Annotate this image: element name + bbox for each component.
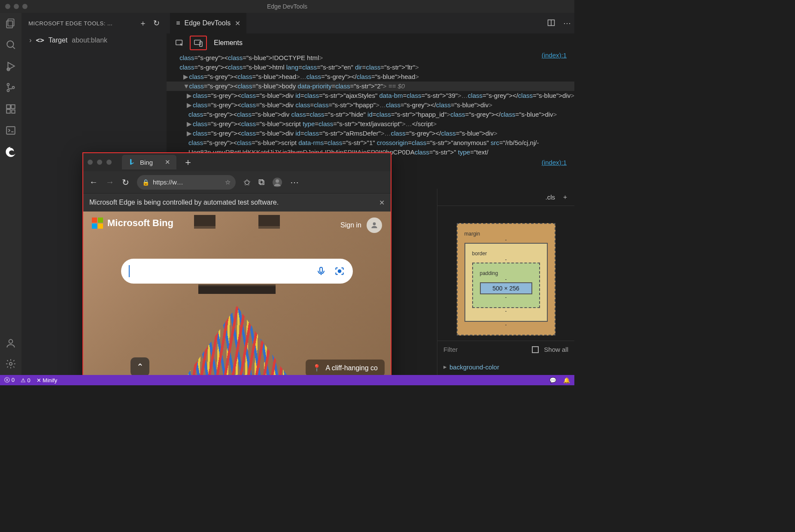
extensions-icon[interactable] xyxy=(5,103,17,115)
minify-status[interactable]: ✕ Minify xyxy=(36,377,58,384)
elements-panel-tab[interactable]: Elements xyxy=(209,39,248,47)
device-emulation-icon[interactable] xyxy=(190,36,207,50)
favorites-icon[interactable]: ✩ xyxy=(243,177,251,187)
status-bar: ⓧ 0 ⚠ 0 ✕ Minify 💬 🔔 xyxy=(0,375,574,385)
signin-area[interactable]: Sign in xyxy=(340,218,382,233)
target-row[interactable]: › <> Target about:blank xyxy=(21,33,167,47)
max-dot[interactable] xyxy=(22,4,27,9)
refresh-icon[interactable]: ↻ xyxy=(153,18,160,28)
automation-infobar: Microsoft Edge is being controlled by au… xyxy=(83,193,391,212)
sidebar-heading: MICROSOFT EDGE TOOLS: ... ＋ ↻ xyxy=(21,13,167,33)
bing-search-input[interactable] xyxy=(121,259,353,284)
traffic-lights xyxy=(0,4,27,9)
edge-new-tab-icon[interactable]: ＋ xyxy=(183,156,193,169)
location-pin-icon: 📍 xyxy=(313,364,321,372)
temple-decoration xyxy=(211,215,263,232)
svg-point-8 xyxy=(12,87,15,89)
show-all-label: Show all xyxy=(544,346,568,353)
profile-icon[interactable] xyxy=(272,177,282,187)
settings-gear-icon[interactable] xyxy=(5,358,17,370)
run-debug-icon[interactable] xyxy=(5,60,17,72)
more-icon[interactable]: ⋯ xyxy=(563,18,571,28)
window-titlebar: Edge DevTools xyxy=(0,0,574,13)
source-link-1[interactable]: (index):1 xyxy=(542,51,567,59)
add-rule-icon[interactable]: ＋ xyxy=(562,193,568,201)
sidebar-heading-label: MICROSOFT EDGE TOOLS: ... xyxy=(28,20,133,27)
collections-icon[interactable]: ⧉ xyxy=(258,177,264,187)
box-content: 500 × 256 xyxy=(480,282,532,294)
feedback-icon[interactable]: 💬 xyxy=(549,377,556,384)
errors-count[interactable]: ⓧ 0 xyxy=(4,376,15,384)
mic-icon[interactable] xyxy=(316,266,326,277)
source-control-icon[interactable] xyxy=(5,82,17,94)
edge-close-dot[interactable] xyxy=(88,160,93,165)
tab-edge-devtools[interactable]: ≡ Edge DevTools ✕ xyxy=(170,13,246,33)
edge-devtools-icon[interactable] xyxy=(5,146,17,158)
margin-label: margin xyxy=(464,231,548,237)
add-icon[interactable]: ＋ xyxy=(139,18,147,28)
tab-menu-icon: ≡ xyxy=(176,19,180,27)
border-label: border xyxy=(472,251,540,257)
scroll-up-button[interactable]: ⌃ xyxy=(130,357,149,376)
infobar-close-icon[interactable]: ✕ xyxy=(379,199,385,207)
forward-icon[interactable]: → xyxy=(106,177,114,187)
svg-rect-1 xyxy=(6,21,12,28)
bing-brand[interactable]: Microsoft Bing xyxy=(92,218,173,229)
chevron-right-icon: › xyxy=(29,36,31,44)
svg-rect-13 xyxy=(6,127,15,134)
bell-icon[interactable]: 🔔 xyxy=(563,377,570,384)
terminal-icon[interactable] xyxy=(5,124,17,136)
infobar-text: Microsoft Edge is being controlled by au… xyxy=(89,199,279,206)
svg-rect-0 xyxy=(8,19,14,26)
address-bar[interactable]: 🔒 https://w… ☆ xyxy=(137,175,236,190)
edge-max-dot[interactable] xyxy=(106,160,112,165)
warnings-count[interactable]: ⚠ 0 xyxy=(21,377,30,384)
dom-source-view[interactable]: class="s-grey"><class="s-blue">!DOCTYPE … xyxy=(167,52,574,157)
close-dot[interactable] xyxy=(5,4,10,9)
min-dot[interactable] xyxy=(14,4,19,9)
edge-min-dot[interactable] xyxy=(97,160,102,165)
url-text: https://w… xyxy=(153,178,183,186)
lock-icon: 🔒 xyxy=(142,179,149,186)
reload-icon[interactable]: ↻ xyxy=(122,177,129,187)
ribbons-decoration xyxy=(181,306,293,383)
tab-label: Edge DevTools xyxy=(185,19,231,27)
search-icon[interactable] xyxy=(5,39,17,51)
svg-point-7 xyxy=(7,90,9,92)
target-value: about:blank xyxy=(72,36,107,44)
edge-tab-close-icon[interactable]: ✕ xyxy=(165,158,170,166)
signin-label: Sign in xyxy=(340,221,361,229)
tab-close-icon[interactable]: ✕ xyxy=(235,19,240,27)
padding-label: padding xyxy=(480,270,532,276)
split-editor-icon[interactable] xyxy=(547,18,555,28)
embedded-edge-window: Bing ✕ ＋ ← → ↻ 🔒 https://w… ☆ ✩ ⧉ ⋯ Micr… xyxy=(82,152,391,384)
svg-point-15 xyxy=(9,363,12,366)
platform-decoration xyxy=(198,284,276,294)
target-label: Target xyxy=(49,36,67,44)
edge-menu-icon[interactable]: ⋯ xyxy=(290,177,299,187)
svg-rect-11 xyxy=(6,109,10,113)
source-link-2[interactable]: (index):1 xyxy=(542,159,567,166)
camera-icon[interactable] xyxy=(334,266,345,277)
back-icon[interactable]: ← xyxy=(89,177,98,187)
account-icon[interactable] xyxy=(5,337,17,349)
devtools-toolbar: Elements xyxy=(167,33,574,52)
edge-page-content: Microsoft Bing Sign in ⌃ 📍 A cliff-hangi… xyxy=(83,212,391,383)
edge-navbar: ← → ↻ 🔒 https://w… ☆ ✩ ⧉ ⋯ xyxy=(83,171,391,193)
bing-brand-text: Microsoft Bing xyxy=(107,218,173,229)
property-name[interactable]: background-color xyxy=(449,363,499,371)
code-icon: <> xyxy=(36,36,44,44)
select-element-icon[interactable] xyxy=(171,36,188,50)
svg-rect-10 xyxy=(11,105,15,109)
avatar-icon[interactable] xyxy=(367,218,382,233)
image-caption[interactable]: 📍 A cliff-hanging co xyxy=(306,360,385,376)
box-model: margin - border - padding - 500 × 256 - … xyxy=(457,223,555,336)
filter-input[interactable]: Filter xyxy=(443,346,527,353)
star-outline-icon[interactable]: ☆ xyxy=(225,178,231,186)
expand-icon[interactable]: ▸ xyxy=(443,363,447,371)
svg-point-25 xyxy=(338,270,341,273)
edge-tab-bing[interactable]: Bing ✕ xyxy=(122,155,176,169)
explorer-icon[interactable] xyxy=(5,17,17,29)
show-all-checkbox[interactable] xyxy=(532,346,539,353)
cls-toggle[interactable]: .cls xyxy=(546,193,555,201)
